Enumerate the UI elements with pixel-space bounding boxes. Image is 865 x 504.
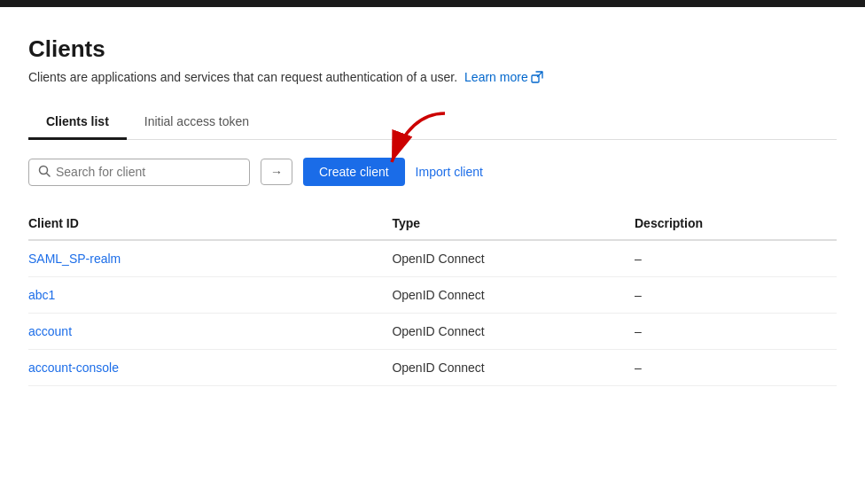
page-title: Clients — [28, 35, 837, 63]
learn-more-label: Learn more — [464, 70, 528, 84]
col-header-description: Description — [635, 207, 837, 240]
top-bar — [0, 0, 865, 7]
cell-client-id: abc1 — [28, 277, 392, 314]
client-id-link[interactable]: account — [28, 324, 72, 338]
clients-table: Client ID Type Description SAML_SP-realm… — [28, 207, 837, 386]
client-id-link[interactable]: SAML_SP-realm — [28, 252, 121, 266]
page-description: Clients are applications and services th… — [28, 70, 837, 84]
tab-initial-access-token[interactable]: Initial access token — [127, 105, 267, 140]
cell-description: – — [635, 240, 837, 277]
tab-clients-list[interactable]: Clients list — [28, 105, 127, 140]
svg-line-1 — [537, 73, 542, 77]
search-input[interactable] — [56, 165, 240, 179]
toolbar: → Create client Import client — [28, 158, 837, 186]
search-submit-button[interactable]: → — [261, 159, 292, 185]
cell-type: OpenID Connect — [392, 350, 635, 386]
cell-client-id: account-console — [28, 350, 392, 386]
client-id-link[interactable]: account-console — [28, 361, 119, 375]
tab-bar: Clients list Initial access token — [28, 105, 837, 140]
cell-client-id: account — [28, 314, 392, 350]
search-icon — [38, 165, 51, 180]
cell-description: – — [635, 314, 837, 350]
table-row: SAML_SP-realmOpenID Connect– — [28, 240, 837, 277]
col-header-type: Type — [392, 207, 635, 240]
search-wrapper — [28, 159, 250, 186]
cell-type: OpenID Connect — [392, 314, 635, 350]
col-header-client-id: Client ID — [28, 207, 392, 240]
table-header: Client ID Type Description — [28, 207, 837, 240]
cell-description: – — [635, 350, 837, 386]
table-row: abc1OpenID Connect– — [28, 277, 837, 314]
client-id-link[interactable]: abc1 — [28, 288, 55, 302]
cell-description: – — [635, 277, 837, 314]
cell-type: OpenID Connect — [392, 240, 635, 277]
learn-more-link[interactable]: Learn more — [464, 70, 543, 84]
table-body: SAML_SP-realmOpenID Connect–abc1OpenID C… — [28, 240, 837, 386]
svg-line-4 — [47, 173, 51, 176]
table-row: account-consoleOpenID Connect– — [28, 350, 837, 386]
table-row: accountOpenID Connect– — [28, 314, 837, 350]
description-text: Clients are applications and services th… — [28, 70, 457, 84]
external-link-icon — [531, 71, 543, 83]
main-container: Clients Clients are applications and ser… — [7, 7, 858, 407]
create-client-button[interactable]: Create client — [303, 158, 405, 186]
import-client-link[interactable]: Import client — [416, 165, 483, 179]
cell-client-id: SAML_SP-realm — [28, 240, 392, 277]
cell-type: OpenID Connect — [392, 277, 635, 314]
